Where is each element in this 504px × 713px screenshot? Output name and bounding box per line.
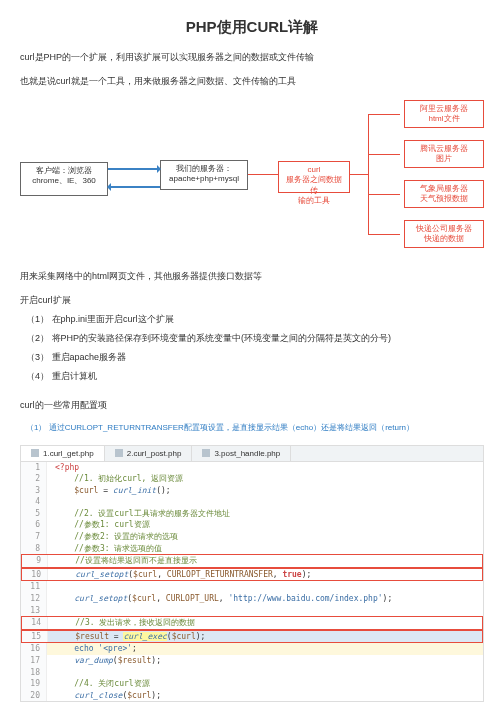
svc4-l2: 快递的数据 <box>411 234 477 244</box>
arrow-right <box>108 168 160 170</box>
gutter: 10 <box>22 569 48 581</box>
tab-3[interactable]: 3.post_handle.php <box>192 446 291 461</box>
server-l2: apache+php+mysql <box>167 174 241 184</box>
code-l16: echo '<pre>'; <box>47 643 483 655</box>
code-l8: //参数3: 请求选项的值 <box>55 544 162 553</box>
code-l19: //4. 关闭curl资源 <box>55 679 150 688</box>
gutter: 8 <box>21 543 47 555</box>
step-4: （4） 重启计算机 <box>26 370 484 383</box>
svc1-l1: 阿里云服务器 <box>411 104 477 114</box>
server-box: 我们的服务器： apache+php+mysql <box>160 160 248 190</box>
gutter: 20 <box>21 690 47 702</box>
code-l14: //3. 发出请求，接收返回的数据 <box>56 618 195 627</box>
line <box>248 174 278 175</box>
intro-2: 也就是说curl就是一个工具，用来做服务器之间数据、文件传输的工具 <box>20 75 484 89</box>
gutter: 11 <box>21 581 47 593</box>
curl-l2: 服务器之间数据传 <box>285 175 343 196</box>
tab-1-label: 1.curl_get.php <box>43 449 94 458</box>
editor-tabs: 1.curl_get.php 2.curl_post.php 3.post_ha… <box>20 445 484 461</box>
svc-ali: 阿里云服务器 html文件 <box>404 100 484 128</box>
code-editor: 1<?php 2 //1. 初始化curl, 返回资源 3 $curl = cu… <box>20 461 484 703</box>
file-icon <box>31 449 39 457</box>
code-l12: curl_setopt($curl, CURLOPT_URL, 'http://… <box>47 593 483 605</box>
code-l9: //设置将结果返回而不是直接显示 <box>56 556 197 565</box>
para-collect: 用来采集网络中的html网页文件，其他服务器提供接口数据等 <box>20 270 484 284</box>
tab-1[interactable]: 1.curl_get.php <box>21 446 105 461</box>
architecture-diagram: 客户端：浏览器 chrome、IE、360 我们的服务器： apache+php… <box>20 100 484 250</box>
code-l3: $curl = curl_init(); <box>47 485 483 497</box>
gutter: 18 <box>21 667 47 679</box>
code-l6: //参数1: curl资源 <box>55 520 150 529</box>
gutter: 2 <box>21 473 47 485</box>
curl-l1: curl <box>285 165 343 175</box>
client-box: 客户端：浏览器 chrome、IE、360 <box>20 162 108 196</box>
code-l10: curl_setopt($curl, CURLOPT_RETURNTRANSFE… <box>48 569 482 581</box>
code-l1: <?php <box>55 463 79 472</box>
step-1: （1） 在php.ini里面开启curl这个扩展 <box>26 313 484 326</box>
gutter: 4 <box>21 496 47 508</box>
curl-box: curl 服务器之间数据传 输的工具 <box>278 161 350 193</box>
step-2: （2） 将PHP的安装路径保存到环境变量的系统变量中(环境变量之间的分隔符是英文… <box>26 332 484 345</box>
svc-tencent: 腾讯云服务器 图片 <box>404 140 484 168</box>
gutter: 3 <box>21 485 47 497</box>
code-l4 <box>47 496 483 508</box>
line <box>368 194 400 195</box>
step-3: （3） 重启apache服务器 <box>26 351 484 364</box>
arrow-left <box>108 186 160 188</box>
code-l17: var_dump($result); <box>47 655 483 667</box>
gutter: 17 <box>21 655 47 667</box>
client-l2: chrome、IE、360 <box>27 176 101 186</box>
enable-title: 开启curl扩展 <box>20 294 484 307</box>
code-l20: curl_close($curl); <box>47 690 483 702</box>
code-l18 <box>47 667 483 679</box>
gutter: 14 <box>22 617 48 629</box>
curl-l3: 输的工具 <box>285 196 343 206</box>
file-icon <box>115 449 123 457</box>
gutter: 15 <box>22 631 48 643</box>
line <box>368 154 400 155</box>
svc3-l2: 天气预报数据 <box>411 194 477 204</box>
code-l7: //参数2: 设置的请求的选项 <box>55 532 178 541</box>
line <box>350 174 368 175</box>
gutter: 13 <box>21 605 47 617</box>
svc-weather: 气象局服务器 天气预报数据 <box>404 180 484 208</box>
svc2-l2: 图片 <box>411 154 477 164</box>
gutter: 9 <box>22 555 48 567</box>
server-l1: 我们的服务器： <box>167 164 241 174</box>
config-item-1: （1） 通过CURLOPT_RETURNTRANSFER配置项设置，是直接显示结… <box>26 422 484 433</box>
svc1-l2: html文件 <box>411 114 477 124</box>
svc3-l1: 气象局服务器 <box>411 184 477 194</box>
gutter: 19 <box>21 678 47 690</box>
client-l1: 客户端：浏览器 <box>27 166 101 176</box>
gutter: 12 <box>21 593 47 605</box>
line <box>368 114 369 234</box>
tab-2-label: 2.curl_post.php <box>127 449 182 458</box>
gutter: 7 <box>21 531 47 543</box>
code-l15: $result = curl_exec($curl); <box>48 631 482 643</box>
svc-express: 快递公司服务器 快递的数据 <box>404 220 484 248</box>
tab-3-label: 3.post_handle.php <box>214 449 280 458</box>
intro-1: curl是PHP的一个扩展，利用该扩展可以实现服务器之间的数据或文件传输 <box>20 51 484 65</box>
code-l2: //1. 初始化curl, 返回资源 <box>55 474 183 483</box>
gutter: 5 <box>21 508 47 520</box>
code-l13 <box>47 605 483 617</box>
tab-2[interactable]: 2.curl_post.php <box>105 446 193 461</box>
svc4-l1: 快递公司服务器 <box>411 224 477 234</box>
line <box>368 234 400 235</box>
gutter: 16 <box>21 643 47 655</box>
code-l11 <box>47 581 483 593</box>
line <box>368 114 400 115</box>
config-title: curl的一些常用配置项 <box>20 399 484 412</box>
gutter: 1 <box>21 462 47 474</box>
svc2-l1: 腾讯云服务器 <box>411 144 477 154</box>
file-icon <box>202 449 210 457</box>
page-title: PHP使用CURL详解 <box>20 18 484 37</box>
code-l5: //2. 设置curl工具请求的服务器文件地址 <box>55 509 230 518</box>
gutter: 6 <box>21 519 47 531</box>
